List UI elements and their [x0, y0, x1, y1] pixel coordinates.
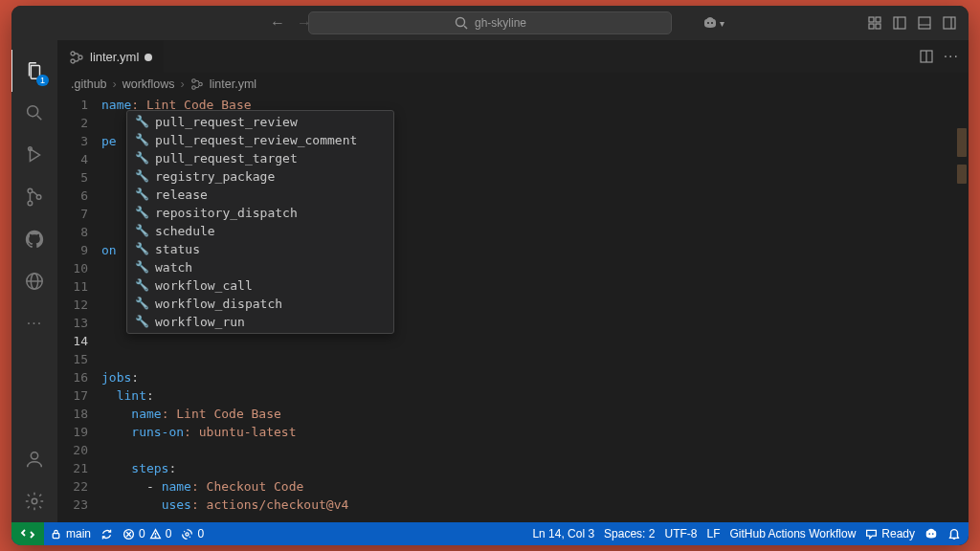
bell-icon [947, 527, 961, 540]
tab-label: linter.yml [90, 50, 139, 64]
suggest-item[interactable]: 🔧workflow_dispatch [127, 295, 393, 313]
svg-rect-33 [53, 533, 59, 538]
suggest-item[interactable]: 🔧workflow_call [127, 276, 393, 295]
copilot-menu[interactable]: ▾ [702, 15, 724, 31]
copilot-icon [924, 527, 938, 540]
suggest-label: workflow_call [155, 276, 253, 295]
layout-customize-icon[interactable] [867, 15, 882, 31]
search-icon[interactable] [11, 92, 57, 134]
tab-more-icon[interactable]: ··· [944, 48, 959, 65]
svg-rect-7 [876, 24, 880, 29]
vscode-window: ← → gh-skyline ▾ 1 [11, 6, 969, 545]
activity-bar: 1 ··· [11, 40, 57, 522]
suggest-item[interactable]: 🔧schedule [127, 222, 393, 240]
breadcrumb-part[interactable]: workflows [122, 77, 175, 91]
nav-back-icon[interactable]: ← [270, 14, 285, 32]
svg-point-24 [32, 498, 37, 504]
suggest-item[interactable]: 🔧workflow_run [127, 313, 393, 331]
svg-point-30 [192, 79, 196, 83]
code-editor[interactable]: 1234567891011121314151617181920212223 na… [57, 96, 969, 522]
suggest-item[interactable]: 🔧pull_request_review [127, 113, 393, 131]
main-area: 1 ··· [11, 40, 969, 522]
suggest-label: repository_dispatch [155, 204, 298, 222]
ports-icon [181, 528, 193, 540]
warning-icon [149, 528, 162, 540]
remote-explorer-icon[interactable] [11, 260, 57, 302]
svg-rect-12 [944, 17, 955, 29]
sync-icon [100, 528, 113, 540]
toggle-panel-icon[interactable] [917, 15, 932, 31]
problems-indicator[interactable]: 0 0 [122, 527, 171, 540]
suggest-item[interactable]: 🔧status [127, 240, 393, 258]
toggle-secondary-sidebar-icon[interactable] [942, 15, 957, 31]
feedback-icon [865, 528, 878, 540]
copilot-icon [702, 15, 718, 31]
nav-arrows: ← → [270, 14, 312, 32]
copilot-status[interactable]: Ready [865, 527, 915, 540]
svg-rect-8 [894, 17, 905, 29]
copilot-status-icon[interactable] [924, 527, 938, 540]
svg-point-41 [932, 533, 934, 535]
run-debug-icon[interactable] [11, 134, 57, 176]
encoding-indicator[interactable]: UTF-8 [664, 527, 697, 540]
remote-indicator[interactable] [11, 522, 44, 545]
svg-point-38 [155, 536, 156, 537]
code-lines[interactable]: name: Lint Code Base pe on jobs: lint: n… [101, 96, 969, 522]
explorer-icon[interactable]: 1 [11, 50, 56, 92]
svg-point-31 [192, 86, 196, 90]
suggest-item[interactable]: 🔧watch [127, 258, 393, 276]
wrench-icon: 🔧 [135, 186, 149, 204]
wrench-icon: 🔧 [135, 276, 149, 295]
suggest-item[interactable]: 🔧registry_package [127, 167, 393, 186]
svg-rect-4 [869, 17, 874, 22]
search-icon [454, 15, 469, 31]
nav-forward-icon[interactable]: → [297, 14, 312, 32]
suggest-item[interactable]: 🔧pull_request_target [127, 149, 393, 167]
source-control-icon[interactable] [11, 176, 57, 218]
intellisense-suggest-widget[interactable]: 🔧pull_request_review🔧pull_request_review… [126, 110, 394, 334]
suggest-item[interactable]: 🔧release [127, 186, 393, 204]
more-icon[interactable]: ··· [11, 302, 57, 344]
svg-point-40 [928, 533, 930, 535]
split-editor-icon[interactable] [919, 49, 934, 64]
lock-icon [50, 528, 62, 540]
svg-point-23 [31, 452, 37, 459]
cursor-position[interactable]: Ln 14, Col 3 [532, 527, 594, 540]
suggest-label: release [155, 186, 208, 204]
breadcrumb-part[interactable]: .github [71, 77, 107, 91]
dirty-indicator-icon [145, 54, 152, 61]
tab-linter-yml[interactable]: linter.yml [57, 40, 164, 73]
notifications-icon[interactable] [947, 527, 961, 540]
github-icon[interactable] [11, 218, 57, 260]
language-mode[interactable]: GitHub Actions Workflow [729, 527, 856, 540]
toggle-primary-sidebar-icon[interactable] [892, 15, 907, 31]
suggest-item[interactable]: 🔧pull_request_review_comment [127, 131, 393, 149]
svg-point-18 [28, 201, 33, 206]
wrench-icon: 🔧 [135, 258, 149, 276]
settings-gear-icon[interactable] [11, 480, 57, 522]
svg-point-14 [28, 106, 38, 117]
wrench-icon: 🔧 [135, 131, 149, 149]
accounts-icon[interactable] [11, 438, 57, 480]
command-center[interactable]: gh-skyline [308, 11, 672, 34]
editor-area: linter.yml ··· .github › workflows › lin… [57, 40, 969, 522]
remote-icon [20, 526, 35, 541]
suggest-item[interactable]: 🔧repository_dispatch [127, 204, 393, 222]
breadcrumb-part[interactable]: linter.yml [210, 77, 256, 91]
svg-point-39 [186, 532, 189, 535]
suggest-label: schedule [155, 222, 215, 240]
indentation-indicator[interactable]: Spaces: 2 [604, 527, 655, 540]
yaml-file-icon [69, 50, 84, 65]
svg-line-15 [37, 116, 42, 121]
branch-indicator[interactable]: main [50, 527, 91, 540]
minimap[interactable] [955, 96, 969, 522]
svg-point-3 [711, 22, 713, 24]
svg-rect-10 [919, 17, 930, 29]
breadcrumb[interactable]: .github › workflows › linter.yml [57, 73, 969, 96]
ports-indicator[interactable]: 0 [181, 527, 204, 540]
suggest-label: pull_request_target [155, 149, 298, 167]
eol-indicator[interactable]: LF [706, 527, 720, 540]
wrench-icon: 🔧 [135, 204, 149, 222]
sync-indicator[interactable] [100, 528, 113, 540]
wrench-icon: 🔧 [135, 313, 149, 331]
